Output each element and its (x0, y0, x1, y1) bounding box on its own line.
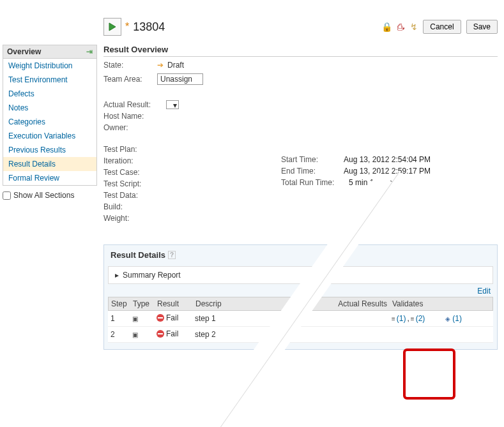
test-script-label: Test Script: (103, 179, 161, 188)
host-name-label: Host Name: (103, 112, 161, 121)
sidebar-title: Overview (7, 47, 41, 56)
summary-report-toggle[interactable]: ▸ Summary Report (108, 266, 493, 284)
step-type-icon: ▣ (132, 331, 138, 338)
state-label: State: (103, 61, 153, 70)
col-step: Step (109, 297, 130, 310)
title-row: * 13804 🔒 ⎙▾ ↯ Cancel Save (103, 18, 498, 36)
fail-icon (157, 314, 164, 322)
build-label: Build: (103, 202, 161, 211)
annotation-highlight-box (403, 348, 455, 400)
end-time-label: End Time: (281, 167, 339, 176)
table-row: 2 ▣ Fail step 2 (108, 327, 493, 343)
col-validates: Validates (390, 297, 443, 310)
test-case-label: Test Case: (103, 168, 161, 177)
end-time-value: Aug 13, 2012 2:59:17 PM (344, 167, 431, 176)
table-header: Step Type Result Descrip sults Actual Re… (108, 297, 493, 311)
cancel-button[interactable]: Cancel (423, 20, 461, 34)
cell-step: 2 (108, 327, 130, 341)
col-description: Descrip (193, 297, 249, 310)
cell-result: Fail (154, 311, 192, 326)
cell-validates: ≡(1), ≡(2) (389, 311, 443, 326)
step-table: Step Type Result Descrip sults Actual Re… (104, 297, 497, 349)
sidebar: Overview ⇥ Weight Distribution Test Envi… (3, 45, 97, 200)
cell-desc: step 1 (192, 311, 248, 326)
sidebar-items: Weight Distribution Test Environment Def… (3, 59, 97, 186)
owner-label: Owner: (103, 123, 161, 132)
iteration-label: Iteration: (103, 156, 161, 165)
result-details-panel: Result Details ? ▸ Summary Report Edit S… (103, 244, 498, 350)
sidebar-item-formal-review[interactable]: Formal Review (3, 171, 96, 185)
lock-icon[interactable]: 🔒 (381, 22, 392, 32)
state-value: Draft (167, 61, 184, 70)
sidebar-item-defects[interactable]: Defects (3, 87, 96, 101)
col-result: Result (155, 297, 193, 310)
fail-icon (157, 330, 164, 338)
team-area-select[interactable]: Unassign (157, 73, 203, 85)
page-title: 13804 (133, 20, 165, 34)
detail-icon[interactable]: ◈ (445, 315, 450, 322)
run-icon (103, 18, 121, 36)
cell-extra: ◈ (1) (443, 311, 468, 326)
start-time-label: Start Time: (281, 155, 339, 164)
help-icon[interactable]: ? (168, 251, 176, 259)
sidebar-item-result-details[interactable]: Result Details (3, 157, 96, 171)
requirement-link-2[interactable]: (2) (416, 314, 425, 323)
sidebar-item-test-environment[interactable]: Test Environment (3, 73, 96, 87)
cell-type: ▣ (130, 311, 154, 326)
pdf-icon[interactable]: ⎙▾ (397, 22, 405, 32)
table-row: 1 ▣ Fail step 1 ≡(1), ≡(2) ◈ (1) (108, 311, 493, 327)
cell-step: 1 (108, 311, 130, 326)
show-all-checkbox[interactable] (3, 191, 11, 200)
requirement-icon: ≡ (392, 315, 395, 322)
result-details-title: Result Details (111, 250, 165, 260)
total-run-value: 5 min 14 sec (349, 178, 392, 187)
sidebar-item-notes[interactable]: Notes (3, 101, 96, 115)
expand-icon: ▸ (115, 271, 119, 280)
team-area-label: Team Area: (103, 75, 153, 84)
main-content: * 13804 🔒 ⎙▾ ↯ Cancel Save Result Overvi… (103, 18, 498, 350)
summary-report-label: Summary Report (123, 271, 181, 280)
test-data-label: Test Data: (103, 191, 161, 200)
state-arrow-icon: ➔ (157, 61, 164, 70)
actual-result-select[interactable]: ▾ (166, 100, 179, 109)
test-plan-label: Test Plan: (103, 145, 161, 154)
actual-result-label: Actual Result: (103, 100, 161, 109)
show-all-label: Show All Sections (13, 191, 74, 200)
edit-link[interactable]: Edit (104, 284, 497, 297)
sidebar-item-execution-variables[interactable]: Execution Variables (3, 129, 96, 143)
requirement-icon: ≡ (411, 315, 415, 322)
svg-marker-0 (109, 23, 116, 31)
start-time-value: Aug 13, 2012 2:54:04 PM (344, 155, 431, 164)
sidebar-item-previous-results[interactable]: Previous Results (3, 143, 96, 157)
show-all-sections[interactable]: Show All Sections (3, 191, 97, 200)
col-actual-results: Actual Results (313, 297, 390, 310)
col-type: Type (130, 297, 155, 310)
sidebar-header: Overview ⇥ (3, 45, 97, 59)
cell-result: Fail (154, 327, 192, 342)
total-run-label: Total Run Time: (281, 178, 344, 187)
dirty-indicator: * (125, 21, 129, 33)
cell-type: ▣ (130, 327, 154, 341)
requirement-link-1[interactable]: (1) (397, 314, 406, 323)
save-button[interactable]: Save (466, 20, 498, 34)
step-type-icon: ▣ (132, 315, 138, 322)
pin-icon[interactable]: ⇥ (86, 47, 93, 56)
cell-desc: step 2 (192, 327, 248, 341)
sidebar-item-categories[interactable]: Categories (3, 115, 96, 129)
refresh-icon[interactable]: ↯ (410, 22, 418, 32)
result-overview-title: Result Overview (103, 45, 498, 57)
col-sults: sults (249, 297, 313, 310)
sidebar-item-weight-distribution[interactable]: Weight Distribution (3, 59, 96, 73)
weight-label: Weight: (103, 214, 161, 223)
